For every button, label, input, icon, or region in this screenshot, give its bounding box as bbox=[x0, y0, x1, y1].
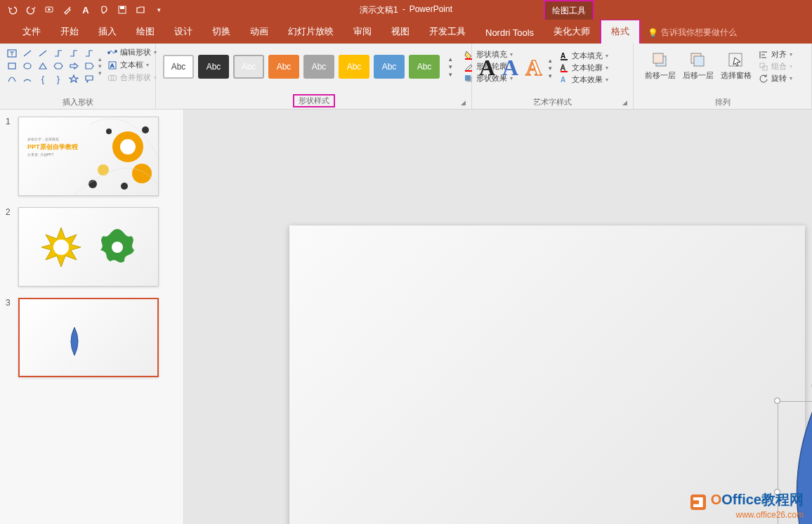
style-gallery-down-icon[interactable]: ▾ bbox=[445, 63, 455, 70]
text-fill-button[interactable]: A 文本填充 ▾ bbox=[559, 51, 608, 61]
shape-star-icon[interactable] bbox=[67, 73, 80, 84]
slide-thumbnail-2[interactable] bbox=[18, 207, 159, 287]
open-icon[interactable] bbox=[132, 2, 149, 18]
paint-icon[interactable] bbox=[96, 2, 112, 18]
tab-transitions[interactable]: 切换 bbox=[202, 20, 240, 44]
tab-nordri[interactable]: Nordri Tools bbox=[476, 22, 544, 44]
style-gallery-up-icon[interactable]: ▴ bbox=[445, 55, 455, 63]
slide-canvas[interactable] bbox=[289, 225, 805, 524]
group-label-insert-shapes: 插入形状 bbox=[4, 96, 151, 107]
shape-oval-icon[interactable] bbox=[21, 60, 34, 72]
tab-home[interactable]: 开始 bbox=[51, 20, 89, 44]
tab-view[interactable]: 视图 bbox=[381, 20, 419, 44]
shape-style-swatch-7[interactable]: Abc bbox=[409, 55, 440, 79]
shape-style-swatch-3[interactable]: Abc bbox=[268, 55, 299, 79]
shape-style-swatch-4[interactable]: Abc bbox=[303, 55, 334, 79]
wordart-style-1[interactable]: A bbox=[479, 55, 495, 81]
shape-callout-icon[interactable] bbox=[83, 73, 96, 84]
shape-style-swatch-2[interactable]: Abc bbox=[233, 55, 264, 79]
shape-connector2-icon[interactable] bbox=[67, 48, 80, 59]
selection-pane-button[interactable]: 选择窗格 bbox=[718, 49, 754, 82]
style-gallery-more-icon[interactable]: ▾ bbox=[445, 71, 455, 78]
shape-styles-launcher-icon[interactable]: ◢ bbox=[461, 99, 466, 106]
group-shape-styles: AbcAbcAbcAbcAbcAbcAbcAbc ▴ ▾ ▾ 形状填充 ▾ 形状… bbox=[156, 44, 472, 109]
shape-style-swatch-6[interactable]: Abc bbox=[374, 55, 405, 79]
shape-brace-l-icon[interactable]: { bbox=[37, 73, 49, 84]
shape-style-swatch-1[interactable]: Abc bbox=[198, 55, 229, 79]
save-icon[interactable] bbox=[114, 2, 131, 18]
font-icon[interactable]: A bbox=[77, 2, 94, 18]
shape-line2-icon[interactable] bbox=[37, 48, 49, 59]
svg-rect-15 bbox=[466, 77, 472, 82]
send-backward-button[interactable]: 后移一层 bbox=[680, 49, 716, 82]
text-effects-button[interactable]: A 文本效果 ▾ bbox=[559, 74, 608, 85]
slide-canvas-area[interactable] bbox=[184, 110, 812, 524]
redo-icon[interactable] bbox=[22, 2, 39, 18]
shape-curve-icon[interactable] bbox=[6, 73, 18, 84]
tab-slideshow[interactable]: 幻灯片放映 bbox=[278, 20, 343, 44]
edit-shape-button[interactable]: 编辑形状 ▾ bbox=[106, 46, 158, 58]
shape-hexagon-icon[interactable] bbox=[52, 60, 65, 72]
undo-icon[interactable] bbox=[4, 2, 21, 18]
shape-textbox-icon[interactable] bbox=[6, 48, 18, 59]
shape-brace-r-icon[interactable]: } bbox=[52, 73, 65, 84]
tab-review[interactable]: 审阅 bbox=[343, 20, 381, 44]
thumb-number-3: 3 bbox=[6, 298, 13, 377]
shape-line-icon[interactable] bbox=[21, 48, 34, 59]
align-button[interactable]: 对齐 ▾ bbox=[759, 49, 792, 60]
wordart-style-3[interactable]: A bbox=[525, 55, 542, 81]
shape-style-gallery[interactable]: AbcAbcAbcAbcAbcAbcAbcAbc bbox=[163, 55, 440, 79]
tell-me[interactable]: 💡 告诉我你想要做什么 bbox=[641, 22, 744, 44]
text-outline-button[interactable]: A 文本轮廓 ▾ bbox=[559, 63, 608, 73]
shape-rect-icon[interactable] bbox=[6, 60, 18, 72]
tab-insert[interactable]: 插入 bbox=[89, 20, 126, 44]
slide-thumbnail-3[interactable] bbox=[18, 298, 159, 377]
bring-forward-button[interactable]: 前移一层 bbox=[642, 49, 679, 82]
group-button[interactable]: 组合 ▾ bbox=[759, 61, 792, 72]
tab-developer[interactable]: 开发工具 bbox=[419, 20, 476, 44]
group-insert-shapes: { } ▴ ▾ ▾ 编辑形状 ▾ A 文本框 ▾ bbox=[0, 44, 156, 109]
svg-rect-27 bbox=[763, 66, 767, 70]
shape-connector3-icon[interactable] bbox=[83, 48, 96, 59]
tab-format[interactable]: 格式 bbox=[600, 19, 641, 44]
shape-triangle-icon[interactable] bbox=[37, 60, 49, 72]
content-area: 1 原创文字，自家教程 PPT原创自学教程 分享者: 凡创PPT bbox=[0, 110, 812, 524]
tab-animations[interactable]: 动画 bbox=[240, 20, 278, 44]
rotate-button[interactable]: 旋转 ▾ bbox=[759, 73, 792, 84]
qat-more-icon[interactable]: ▾ bbox=[150, 2, 167, 18]
eyedropper-icon[interactable] bbox=[59, 2, 76, 18]
svg-point-7 bbox=[115, 50, 117, 52]
resize-handle-tl[interactable] bbox=[774, 398, 780, 404]
shape-arrow-icon[interactable] bbox=[67, 60, 80, 72]
wordart-down-icon[interactable]: ▾ bbox=[549, 65, 552, 72]
merge-shapes-button[interactable]: 合并形状 ▾ bbox=[106, 72, 158, 84]
tab-file[interactable]: 文件 bbox=[13, 20, 51, 44]
tab-beautify[interactable]: 美化大师 bbox=[544, 20, 600, 44]
textbox-button[interactable]: A 文本框 ▾ bbox=[106, 59, 158, 71]
wordart-more-icon[interactable]: ▾ bbox=[549, 72, 552, 79]
shape-style-swatch-0[interactable]: Abc bbox=[163, 55, 194, 79]
tab-design[interactable]: 设计 bbox=[164, 20, 202, 44]
shape-style-swatch-5[interactable]: Abc bbox=[339, 55, 369, 79]
shape-pentagon-icon[interactable] bbox=[83, 60, 96, 72]
shape-arc-icon[interactable] bbox=[21, 73, 34, 84]
lightbulb-icon: 💡 bbox=[648, 28, 658, 38]
slideshow-icon[interactable] bbox=[41, 2, 58, 18]
shape-connector-icon[interactable] bbox=[52, 48, 65, 59]
svg-rect-19 bbox=[561, 71, 568, 72]
wordart-style-2[interactable]: A bbox=[502, 55, 518, 81]
shape-gallery[interactable]: { } bbox=[4, 46, 97, 86]
slide-thumbnail-panel[interactable]: 1 原创文字，自家教程 PPT原创自学教程 分享者: 凡创PPT bbox=[0, 110, 184, 524]
gallery-more-icon[interactable]: ▾ bbox=[98, 70, 102, 77]
doc-title: 演示文稿1 bbox=[360, 4, 398, 16]
gallery-down-icon[interactable]: ▾ bbox=[98, 63, 102, 70]
wordart-launcher-icon[interactable]: ◢ bbox=[622, 99, 627, 106]
slide-thumbnail-1[interactable]: 原创文字，自家教程 PPT原创自学教程 分享者: 凡创PPT bbox=[18, 117, 159, 196]
gallery-up-icon[interactable]: ▴ bbox=[98, 55, 102, 63]
wordart-up-icon[interactable]: ▴ bbox=[549, 57, 552, 64]
svg-rect-12 bbox=[465, 58, 472, 60]
contextual-tab-drawing-tools: 绘图工具 bbox=[544, 0, 594, 20]
tab-draw[interactable]: 绘图 bbox=[126, 20, 164, 44]
svg-text:A: A bbox=[561, 64, 565, 72]
title-bar: A ▾ 演示文稿1 - PowerPoint 绘图工具 bbox=[0, 0, 812, 20]
